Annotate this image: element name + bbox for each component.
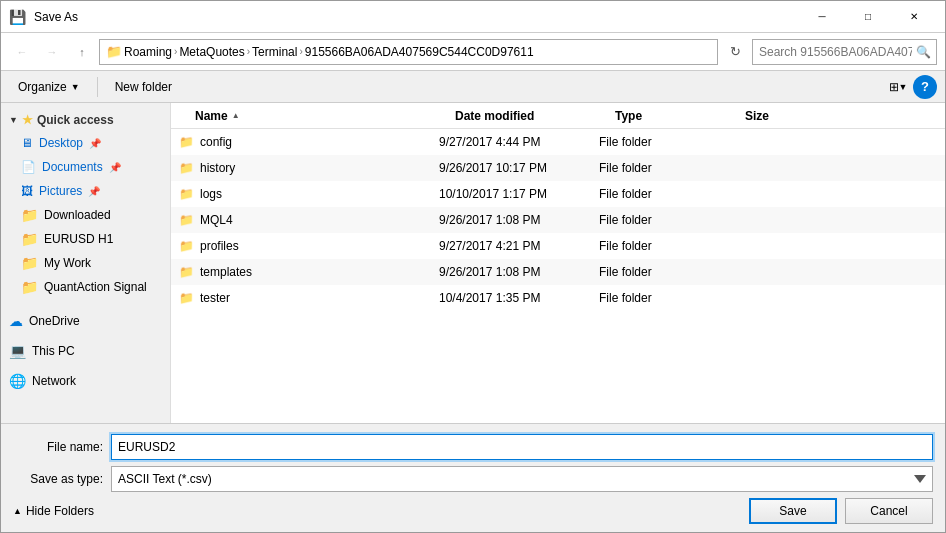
folder-icon: 📁 bbox=[21, 255, 38, 271]
dialog-title: Save As bbox=[34, 10, 78, 24]
sidebar-item-label: EURUSD H1 bbox=[44, 232, 113, 246]
file-date-cell: 9/26/2017 1:08 PM bbox=[439, 213, 599, 227]
sidebar-item-downloaded[interactable]: 📁 Downloaded bbox=[1, 203, 170, 227]
file-type-cell: File folder bbox=[599, 239, 729, 253]
file-type-cell: File folder bbox=[599, 291, 729, 305]
back-button[interactable]: ← bbox=[9, 39, 35, 65]
new-folder-button[interactable]: New folder bbox=[106, 75, 181, 99]
sidebar-item-label: This PC bbox=[32, 344, 75, 358]
dialog-icon: 💾 bbox=[9, 9, 26, 25]
refresh-button[interactable]: ↻ bbox=[722, 39, 748, 65]
folder-icon: 📁 bbox=[179, 187, 194, 201]
filelist-area: Name ▲ Date modified Type Size 📁 bbox=[171, 103, 945, 423]
sidebar-item-eurusd[interactable]: 📁 EURUSD H1 bbox=[1, 227, 170, 251]
file-row[interactable]: 📁 templates 9/26/2017 1:08 PM File folde… bbox=[171, 259, 945, 285]
up-button[interactable]: ↑ bbox=[69, 39, 95, 65]
filelist-header: Name ▲ Date modified Type Size bbox=[171, 103, 945, 129]
pictures-icon: 🖼 bbox=[21, 184, 33, 198]
sidebar-item-desktop[interactable]: 🖥 Desktop 📌 bbox=[1, 131, 170, 155]
desktop-icon: 🖥 bbox=[21, 136, 33, 150]
toolbar: Organize ▼ New folder ⊞ ▼ ? bbox=[1, 71, 945, 103]
folder-icon: 📁 bbox=[179, 213, 194, 227]
buttons-row: ▲ Hide Folders Save Cancel bbox=[13, 498, 933, 524]
breadcrumb-terminal[interactable]: Terminal › bbox=[252, 45, 303, 59]
cancel-button[interactable]: Cancel bbox=[845, 498, 933, 524]
file-name: MQL4 bbox=[200, 213, 233, 227]
pin-icon: 📌 bbox=[89, 138, 101, 149]
file-date-cell: 9/26/2017 10:17 PM bbox=[439, 161, 599, 175]
file-name-cell: 📁 tester bbox=[179, 291, 439, 305]
col-header-type[interactable]: Type bbox=[615, 109, 745, 123]
quick-access-star-icon: ★ bbox=[22, 113, 33, 127]
file-row[interactable]: 📁 MQL4 9/26/2017 1:08 PM File folder bbox=[171, 207, 945, 233]
folder-icon: 📁 bbox=[21, 231, 38, 247]
sidebar-item-documents[interactable]: 📄 Documents 📌 bbox=[1, 155, 170, 179]
titlebar-left: 💾 Save As bbox=[9, 9, 78, 25]
forward-button[interactable]: → bbox=[39, 39, 65, 65]
sidebar-item-label: Documents bbox=[42, 160, 103, 174]
search-input[interactable] bbox=[752, 39, 937, 65]
col-header-size[interactable]: Size bbox=[745, 109, 937, 123]
search-container: 🔍 bbox=[752, 39, 937, 65]
col-header-name[interactable]: Name ▲ bbox=[195, 109, 455, 123]
file-name: templates bbox=[200, 265, 252, 279]
help-button[interactable]: ? bbox=[913, 75, 937, 99]
hide-folders-button[interactable]: ▲ Hide Folders bbox=[13, 504, 94, 518]
file-row[interactable]: 📁 history 9/26/2017 10:17 PM File folder bbox=[171, 155, 945, 181]
view-button[interactable]: ⊞ ▼ bbox=[885, 75, 911, 99]
file-name-cell: 📁 history bbox=[179, 161, 439, 175]
sidebar-item-label: Pictures bbox=[39, 184, 82, 198]
breadcrumb-roaming[interactable]: Roaming › bbox=[124, 45, 177, 59]
file-type-cell: File folder bbox=[599, 187, 729, 201]
close-button[interactable]: ✕ bbox=[891, 1, 937, 33]
file-row[interactable]: 📁 tester 10/4/2017 1:35 PM File folder bbox=[171, 285, 945, 311]
save-button[interactable]: Save bbox=[749, 498, 837, 524]
onedrive-icon: ☁ bbox=[9, 313, 23, 329]
sidebar-item-label: Desktop bbox=[39, 136, 83, 150]
maximize-button[interactable]: □ bbox=[845, 1, 891, 33]
breadcrumb-item-folder-icon: 📁 bbox=[106, 44, 122, 59]
sidebar-item-pictures[interactable]: 🖼 Pictures 📌 bbox=[1, 179, 170, 203]
quick-access-header: ▼ ★ Quick access bbox=[1, 109, 170, 131]
pin-icon: 📌 bbox=[88, 186, 100, 197]
file-row[interactable]: 📁 profiles 9/27/2017 4:21 PM File folder bbox=[171, 233, 945, 259]
filename-input[interactable] bbox=[111, 434, 933, 460]
filename-label: File name: bbox=[13, 440, 103, 454]
sidebar-item-quantaction[interactable]: 📁 QuantAction Signal bbox=[1, 275, 170, 299]
sidebar-item-onedrive[interactable]: ☁ OneDrive bbox=[1, 307, 170, 335]
organize-button[interactable]: Organize ▼ bbox=[9, 75, 89, 99]
file-type-cell: File folder bbox=[599, 135, 729, 149]
file-name: tester bbox=[200, 291, 230, 305]
file-date-cell: 10/4/2017 1:35 PM bbox=[439, 291, 599, 305]
quick-access-chevron-icon: ▼ bbox=[9, 115, 18, 125]
sidebar-item-label: Downloaded bbox=[44, 208, 111, 222]
view-icon: ⊞ bbox=[889, 80, 899, 94]
breadcrumb-metaquotes[interactable]: MetaQuotes › bbox=[179, 45, 250, 59]
savetype-select[interactable]: ASCII Text (*.csv) bbox=[111, 466, 933, 492]
sidebar-item-network[interactable]: 🌐 Network bbox=[1, 367, 170, 395]
file-name: logs bbox=[200, 187, 222, 201]
titlebar: 💾 Save As ─ □ ✕ bbox=[1, 1, 945, 33]
file-name: config bbox=[200, 135, 232, 149]
folder-icon: 📁 bbox=[179, 161, 194, 175]
col-header-date[interactable]: Date modified bbox=[455, 109, 615, 123]
file-type-cell: File folder bbox=[599, 161, 729, 175]
breadcrumb-label: Terminal bbox=[252, 45, 297, 59]
breadcrumb-id[interactable]: 915566BA06ADA407569C544CC0D97611 bbox=[305, 45, 534, 59]
sidebar-item-thispc[interactable]: 💻 This PC bbox=[1, 337, 170, 365]
minimize-button[interactable]: ─ bbox=[799, 1, 845, 33]
breadcrumb[interactable]: 📁 Roaming › MetaQuotes › Terminal › 9155… bbox=[99, 39, 718, 65]
save-as-dialog: 💾 Save As ─ □ ✕ ← → ↑ 📁 Roaming › MetaQu… bbox=[0, 0, 946, 533]
file-row[interactable]: 📁 logs 10/10/2017 1:17 PM File folder bbox=[171, 181, 945, 207]
hide-folders-chevron-icon: ▲ bbox=[13, 506, 22, 516]
documents-icon: 📄 bbox=[21, 160, 36, 174]
col-name-label: Name bbox=[195, 109, 228, 123]
file-row[interactable]: 📁 config 9/27/2017 4:44 PM File folder bbox=[171, 129, 945, 155]
titlebar-controls: ─ □ ✕ bbox=[799, 1, 937, 33]
folder-icon: 📁 bbox=[179, 239, 194, 253]
toolbar-divider bbox=[97, 77, 98, 97]
file-name: profiles bbox=[200, 239, 239, 253]
pin-icon: 📌 bbox=[109, 162, 121, 173]
organize-chevron-icon: ▼ bbox=[71, 82, 80, 92]
sidebar-item-mywork[interactable]: 📁 My Work bbox=[1, 251, 170, 275]
